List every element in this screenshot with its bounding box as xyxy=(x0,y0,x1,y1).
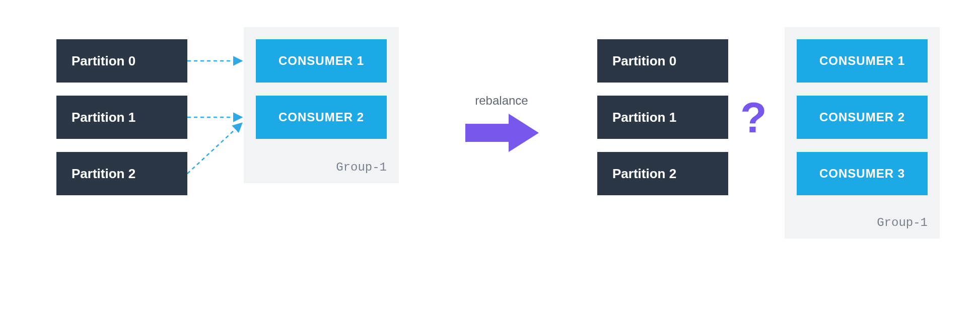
partition-label: Partition 1 xyxy=(72,110,135,125)
consumer-label: CONSUMER 2 xyxy=(278,110,364,124)
partition-box-left-2: Partition 2 xyxy=(56,152,187,195)
rebalance-diagram: Partition 0 Partition 1 Partition 2 CONS… xyxy=(0,0,980,314)
consumer-label: CONSUMER 3 xyxy=(819,167,905,181)
partition-label: Partition 0 xyxy=(72,53,135,69)
group-label-left: Group-1 xyxy=(336,161,387,174)
consumer-box-left-1: CONSUMER 1 xyxy=(256,39,387,83)
svg-line-2 xyxy=(187,123,242,174)
consumer-box-right-1: CONSUMER 1 xyxy=(797,39,928,83)
consumer-label: CONSUMER 2 xyxy=(819,110,905,124)
partition-label: Partition 2 xyxy=(72,166,135,182)
dashed-arrows-left xyxy=(187,39,248,200)
consumer-label: CONSUMER 1 xyxy=(819,54,905,68)
group-container-right: CONSUMER 1 CONSUMER 2 CONSUMER 3 Group-1 xyxy=(785,27,940,239)
partition-box-right-1: Partition 1 xyxy=(597,96,728,139)
partition-label: Partition 0 xyxy=(612,53,676,69)
partition-box-left-0: Partition 0 xyxy=(56,39,187,83)
consumer-box-right-3: CONSUMER 3 xyxy=(797,152,928,195)
group-label-right: Group-1 xyxy=(877,216,928,229)
partition-box-right-0: Partition 0 xyxy=(597,39,728,83)
group-container-left: CONSUMER 1 CONSUMER 2 Group-1 xyxy=(244,27,399,183)
partition-box-right-2: Partition 2 xyxy=(597,152,728,195)
consumer-box-right-2: CONSUMER 2 xyxy=(797,96,928,139)
partition-label: Partition 1 xyxy=(612,110,676,125)
partition-label: Partition 2 xyxy=(612,166,676,182)
question-mark-icon: ? xyxy=(740,93,767,142)
rebalance-arrow-icon xyxy=(465,113,541,153)
rebalance-label: rebalance xyxy=(461,94,542,108)
consumer-label: CONSUMER 1 xyxy=(278,54,364,68)
consumer-box-left-2: CONSUMER 2 xyxy=(256,96,387,139)
partition-box-left-1: Partition 1 xyxy=(56,96,187,139)
